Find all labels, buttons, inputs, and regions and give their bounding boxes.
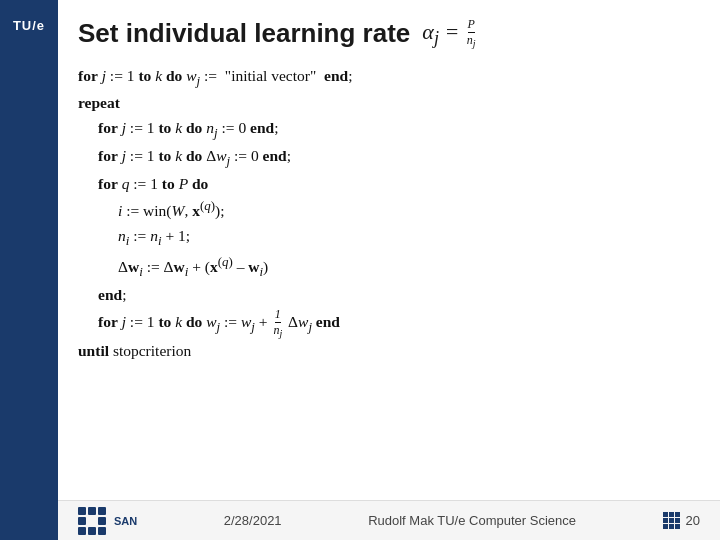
san-cell-empty <box>88 517 96 525</box>
san-cell <box>78 527 86 535</box>
algo-line-until: until stopcriterion <box>78 339 690 364</box>
san-cell <box>78 517 86 525</box>
footer-center: Rudolf Mak TU/e Computer Science <box>368 513 576 528</box>
algo-line-3: for j := 1 to k do nj := 0 end; <box>78 116 690 144</box>
title-text: Set individual learning rate <box>78 18 410 49</box>
san-cell <box>78 507 86 515</box>
footer-right: 20 <box>663 512 700 529</box>
algo-line-7: ni := ni + 1; <box>78 224 690 252</box>
algo-line-update: for j := 1 to k do wj := wj + 1 nj Δwj e… <box>78 308 690 340</box>
algo-line-8: Δwi := Δwi + (x(q) – wi) <box>78 252 690 283</box>
san-cell <box>98 527 106 535</box>
algo-line-repeat: repeat <box>78 91 690 116</box>
algorithm-content: for j := 1 to k do wj := "initial vector… <box>78 64 690 482</box>
footer-logo-area: SAN <box>78 507 137 535</box>
footer-grid-icon <box>663 512 680 529</box>
main-content: Set individual learning rate αj = P nj f… <box>58 0 720 540</box>
sidebar: TU/e <box>0 0 58 540</box>
footer-date: 2/28/2021 <box>224 513 282 528</box>
page-number: 20 <box>686 513 700 528</box>
algo-line-6: i := win(W, x(q)); <box>78 196 690 224</box>
san-cell <box>98 517 106 525</box>
slide-footer: SAN 2/28/2021 Rudolf Mak TU/e Computer S… <box>58 500 720 540</box>
algo-line-4: for j := 1 to k do Δwj := 0 end; <box>78 144 690 172</box>
algo-line-5: for q := 1 to P do <box>78 172 690 197</box>
san-cell <box>88 507 96 515</box>
san-label: SAN <box>114 515 137 527</box>
slide-title: Set individual learning rate αj = P nj <box>78 18 690 50</box>
algo-line-1: for j := 1 to k do wj := "initial vector… <box>78 64 690 92</box>
san-cell <box>88 527 96 535</box>
algo-line-end1: end; <box>78 283 690 308</box>
tue-logo: TU/e <box>9 10 49 41</box>
san-cell <box>98 507 106 515</box>
san-logo <box>78 507 106 535</box>
title-formula: αj = P nj <box>422 18 477 50</box>
